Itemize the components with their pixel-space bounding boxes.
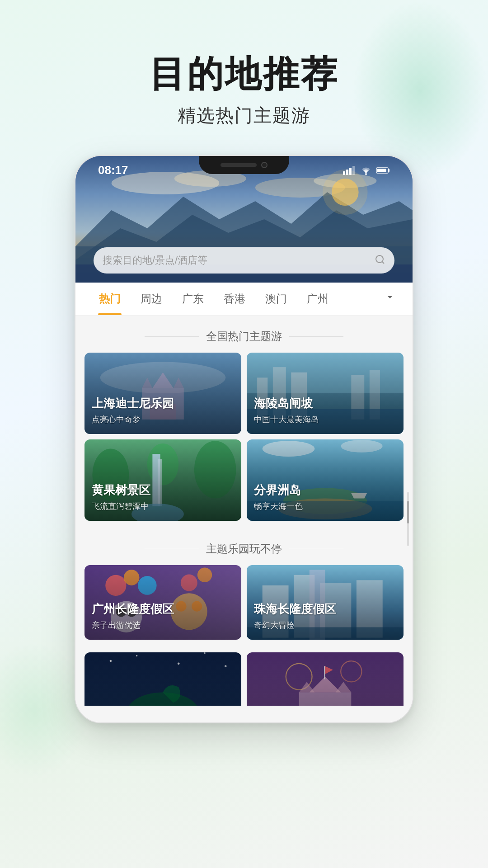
battery-icon [376,167,390,174]
card-title-3: 黄果树景区 [92,482,234,498]
cards-grid-2: 广州长隆度假区 亲子出游优选 [75,565,413,647]
card-dinosaur[interactable]: 中华恐龙园 [84,652,241,706]
card-hk-disney[interactable]: 香港迪士尼 [247,652,404,706]
card-hailingdao[interactable]: 海陵岛闸坡 中国十大最美海岛 [247,353,404,434]
card-subtitle-6: 奇幻大冒险 [254,620,396,631]
card-overlay-8 [247,652,404,706]
nav-tabs: 热门 周边 广东 香港 澳门 广州 [75,283,413,316]
card-subtitle-4: 畅享天海一色 [254,501,396,512]
card-title-2: 海陵岛闸坡 [254,396,396,411]
notch-camera [261,162,267,168]
wifi-icon [360,166,372,175]
section-title-2: 主题乐园玩不停 [75,528,413,565]
phone-scrollbar [407,492,409,546]
svg-rect-10 [346,170,348,175]
svg-rect-15 [388,169,389,172]
card-text-5: 广州长隆度假区 亲子出游优选 [92,601,234,631]
main-title: 目的地推荐 [18,54,470,94]
card-title-6: 珠海长隆度假区 [254,601,396,617]
card-text-6: 珠海长隆度假区 奇幻大冒险 [254,601,396,631]
status-icons [343,166,390,175]
card-title-5: 广州长隆度假区 [92,601,234,617]
nav-tab-hot[interactable]: 热门 [89,283,131,315]
section-title-1: 全国热门主题游 [75,316,413,353]
card-subtitle-3: 飞流直泻碧潭中 [92,501,234,512]
card-title-1: 上海迪士尼乐园 [92,396,234,411]
cards-grid-3-partial: 中华恐龙园 [75,647,413,706]
card-gz-changlong[interactable]: 广州长隆度假区 亲子出游优选 [84,565,241,640]
card-shanghai-disney[interactable]: 上海迪士尼乐园 点亮心中奇梦 [84,353,241,434]
nav-tab-hongkong[interactable]: 香港 [214,283,255,315]
phone-mockup: 08:17 [75,155,413,723]
header-section: 目的地推荐 精选热门主题游 [0,0,488,155]
phone-container: 08:17 [0,155,488,723]
cards-grid-1: 上海迪士尼乐园 点亮心中奇梦 [75,353,413,528]
search-bar[interactable]: 搜索目的地/景点/酒店等 [94,247,394,274]
phone-content: 全国热门主题游 [75,316,413,722]
card-text-3: 黄果树景区 飞流直泻碧潭中 [92,482,234,512]
svg-point-17 [376,255,383,263]
svg-rect-11 [349,168,352,175]
card-overlay-7 [84,652,241,706]
search-placeholder-text: 搜索目的地/景点/酒店等 [103,254,369,267]
card-subtitle-5: 亲子出游优选 [92,620,234,631]
card-zh-changlong[interactable]: 珠海长隆度假区 奇幻大冒险 [247,565,404,640]
card-subtitle-1: 点亮心中奇梦 [92,414,234,425]
card-fenjiezhu[interactable]: 分界洲岛 畅享天海一色 [247,439,404,521]
svg-rect-12 [352,166,355,175]
notch-speaker [221,163,257,167]
card-text-1: 上海迪士尼乐园 点亮心中奇梦 [92,396,234,425]
svg-rect-16 [377,169,386,172]
nav-tab-macao[interactable]: 澳门 [255,283,297,315]
nav-tab-guangdong[interactable]: 广东 [172,283,214,315]
hero-image: 08:17 [75,156,413,283]
phone-notch [199,156,289,174]
card-text-4: 分界洲岛 畅享天海一色 [254,482,396,512]
phone-scrollbar-thumb [407,501,409,524]
card-title-4: 分界洲岛 [254,482,396,498]
sub-title: 精选热门主题游 [18,103,470,128]
search-icon [375,254,385,267]
svg-rect-9 [343,171,345,175]
nav-dropdown-arrow[interactable] [381,284,399,314]
card-text-2: 海陵岛闸坡 中国十大最美海岛 [254,396,396,425]
nav-tab-guangzhou[interactable]: 广州 [297,283,338,315]
signal-icon [343,166,356,175]
card-huangguoshu[interactable]: 黄果树景区 飞流直泻碧潭中 [84,439,241,521]
card-subtitle-2: 中国十大最美海岛 [254,414,396,425]
svg-point-13 [365,173,367,175]
status-time: 08:17 [98,163,128,177]
nav-tab-nearby[interactable]: 周边 [131,283,172,315]
